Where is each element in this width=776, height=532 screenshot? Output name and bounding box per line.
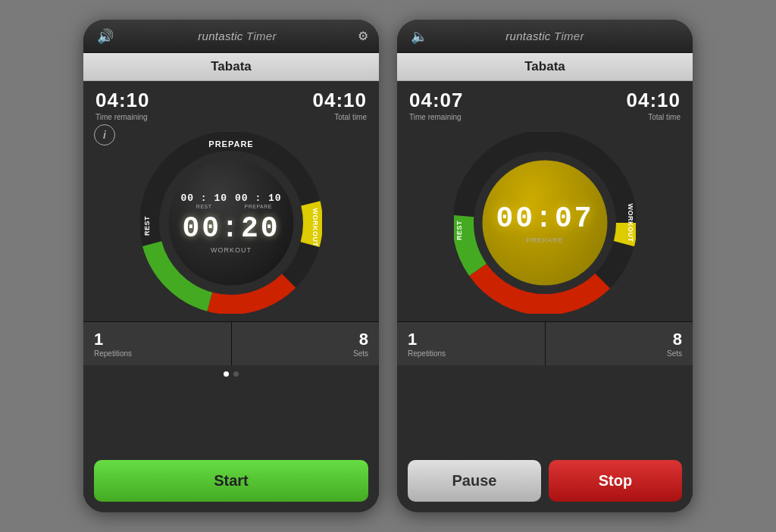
phone2-main-label: PREPARE	[526, 236, 563, 244]
phone2-sets-label: Sets	[667, 349, 682, 358]
sound-icon-2[interactable]: 🔈	[408, 28, 430, 45]
phone2-stats-row: 1 Repetitions 8 Sets	[397, 321, 693, 365]
phone2-time-remaining: 04:07	[409, 89, 464, 112]
phone2-spacer	[397, 365, 693, 449]
phone1-main-time: 00:20	[182, 212, 280, 245]
phone1-time-remaining-block: 04:10 Time remaining	[95, 89, 150, 121]
phone2-header: 🔈 runtastic Timer	[397, 20, 693, 53]
phone1-sets-value: 8	[359, 330, 368, 349]
sound-icon[interactable]: 🔊	[94, 28, 117, 45]
phone2-inner-display: 00:07 PREPARE	[483, 161, 608, 286]
phone1-main-label: WORKOUT	[211, 246, 252, 254]
phone2-total-time-block: 04:10 Total time	[627, 89, 681, 121]
gear-icon[interactable]: ⚙	[358, 29, 368, 43]
svg-text:REST: REST	[455, 221, 463, 240]
start-button[interactable]: Start	[94, 460, 368, 502]
phone1-rest-time: 00 : 10	[180, 192, 227, 204]
phone1-header: 🔊 runtastic Timer ⚙	[83, 20, 379, 53]
phone2-repetitions-block: 1 Repetitions	[397, 322, 545, 365]
phone1-dots	[83, 365, 379, 383]
app-name-italic: runtastic	[198, 30, 242, 42]
phone1-total-time-block: 04:10 Total time	[313, 89, 368, 121]
stop-button[interactable]: Stop	[549, 460, 682, 502]
phone1-rest-label: REST	[196, 204, 212, 209]
app-name-italic-2: runtastic	[505, 30, 550, 42]
phone1-total-time: 04:10	[313, 89, 368, 112]
phone1-inner-display: 00 : 10 REST 00 : 10 PREPARE 00:20 WORKO…	[169, 161, 294, 286]
svg-text:PREPARE: PREPARE	[208, 139, 253, 149]
phone1-spacer	[83, 383, 379, 449]
phone1-repetitions-label: Repetitions	[94, 349, 221, 358]
phone2-sets-block: 8 Sets	[545, 322, 693, 365]
phone1-sets-block: 8 Sets	[231, 322, 380, 365]
phone1-circle-area: i PREPARE REST	[83, 124, 379, 321]
phone1-rest-block: 00 : 10 REST	[180, 192, 227, 209]
phone2-sets-value: 8	[673, 330, 682, 349]
phone1-total-time-label: Total time	[334, 113, 367, 121]
phone2-main-time: 00:07	[496, 202, 593, 235]
phone2-circle-area: REST WORKOUT 00:07 PREPARE	[397, 124, 693, 321]
phone1-title: runtastic Timer	[198, 30, 277, 42]
dot-2[interactable]	[233, 371, 239, 377]
phone1-repetitions-block: 1 Repetitions	[83, 322, 231, 365]
phone2-total-time: 04:10	[627, 89, 681, 112]
phone2-total-time-label: Total time	[648, 113, 681, 121]
info-button[interactable]: i	[94, 124, 115, 146]
phone2-workout-title: Tabata	[397, 53, 693, 81]
phone1-prepare-block: 00 : 10 PREPARE	[235, 192, 282, 209]
phone1-content: Tabata 04:10 Time remaining 04:10 Total …	[83, 53, 379, 512]
phone1-sets-label: Sets	[353, 349, 368, 358]
phone2-repetitions-label: Repetitions	[408, 349, 534, 358]
phone1-time-remaining-label: Time remaining	[95, 113, 150, 121]
svg-text:WORKOUT: WORKOUT	[627, 204, 634, 243]
phone2-time-row: 04:07 Time remaining 04:10 Total time	[397, 81, 693, 124]
pause-button[interactable]: Pause	[408, 460, 541, 502]
phone1-workout-title: Tabata	[83, 53, 379, 81]
phone2-timer-ring: REST WORKOUT 00:07 PREPARE	[454, 132, 636, 314]
dot-1[interactable]	[224, 371, 229, 377]
phone1-stats-row: 1 Repetitions 8 Sets	[83, 321, 379, 365]
phone2-time-remaining-label: Time remaining	[409, 113, 464, 121]
phone2-time-remaining-block: 04:07 Time remaining	[409, 89, 464, 121]
phone1-timer-ring: PREPARE REST WORKOUT 00 : 10 REST	[140, 132, 322, 314]
phone1-button-row: Start	[83, 449, 379, 512]
phone1-time-row: 04:10 Time remaining 04:10 Total time	[83, 81, 379, 124]
app-wrapper: 🔊 runtastic Timer ⚙ Tabata 04:10 Time re…	[0, 0, 776, 532]
phone1-prepare-label: PREPARE	[245, 204, 272, 209]
phone1-small-times: 00 : 10 REST 00 : 10 PREPARE	[180, 192, 281, 209]
phone-1: 🔊 runtastic Timer ⚙ Tabata 04:10 Time re…	[83, 20, 379, 512]
svg-text:WORKOUT: WORKOUT	[311, 208, 319, 247]
phone2-button-row: Pause Stop	[397, 449, 693, 512]
phone1-time-remaining: 04:10	[95, 89, 150, 112]
phone2-repetitions-value: 1	[408, 330, 534, 349]
phone1-repetitions-value: 1	[94, 330, 221, 349]
phone2-title: runtastic Timer	[505, 30, 584, 42]
phone1-prepare-time: 00 : 10	[235, 192, 282, 204]
svg-text:REST: REST	[143, 216, 151, 236]
phone2-content: Tabata 04:07 Time remaining 04:10 Total …	[397, 53, 693, 512]
phone-2: 🔈 runtastic Timer Tabata 04:07 Time rema…	[397, 20, 693, 512]
